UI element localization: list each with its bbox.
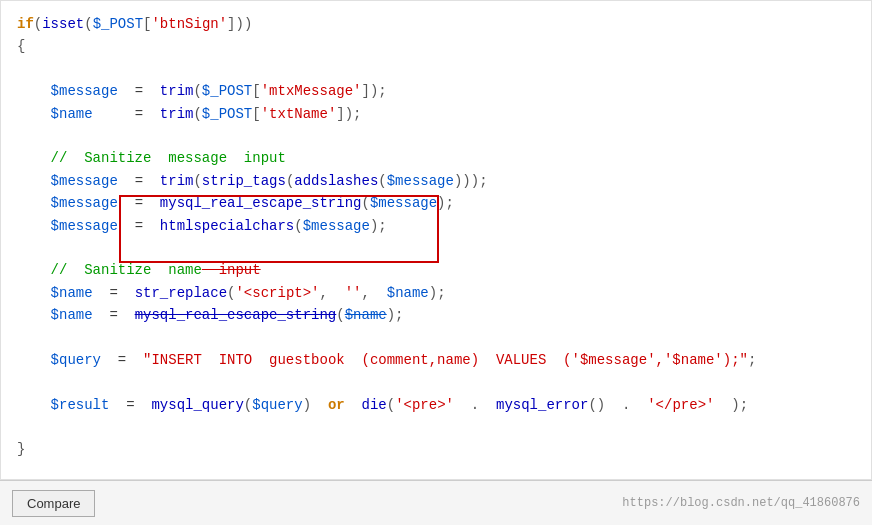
- code-line-20: }: [17, 438, 855, 460]
- footer-link: https://blog.csdn.net/qq_41860876: [622, 496, 860, 510]
- code-line-19: [17, 416, 855, 438]
- code-line-8: $message = trim(strip_tags(addslashes($m…: [17, 170, 855, 192]
- code-line-12: // Sanitize name input: [17, 259, 855, 281]
- code-line-9: $message = mysql_real_escape_string($mes…: [17, 192, 855, 214]
- footer-bar: Compare https://blog.csdn.net/qq_4186087…: [0, 480, 872, 525]
- code-line-17: [17, 371, 855, 393]
- keyword-if: if: [17, 13, 34, 35]
- code-line-14: $name = mysql_real_escape_string($name);: [17, 304, 855, 326]
- code-line-1: if(isset($_POST['btnSign'])): [17, 13, 855, 35]
- code-line-7: // Sanitize message input: [17, 147, 855, 169]
- compare-button[interactable]: Compare: [12, 490, 95, 517]
- code-line-3: [17, 58, 855, 80]
- code-block: if(isset($_POST['btnSign'])) { $message …: [0, 0, 872, 480]
- code-line-5: $name = trim($_POST['txtName']);: [17, 103, 855, 125]
- code-line-16: $query = "INSERT INTO guestbook (comment…: [17, 349, 855, 371]
- code-line-6: [17, 125, 855, 147]
- code-line-18: $result = mysql_query($query) or die('<p…: [17, 394, 855, 416]
- code-line-11: [17, 237, 855, 259]
- code-line-10: $message = htmlspecialchars($message);: [17, 215, 855, 237]
- code-line-13: $name = str_replace('<script>', '', $nam…: [17, 282, 855, 304]
- code-line-2: {: [17, 35, 855, 57]
- code-line-4: $message = trim($_POST['mtxMessage']);: [17, 80, 855, 102]
- code-line-15: [17, 326, 855, 348]
- code-line-21: [17, 461, 855, 480]
